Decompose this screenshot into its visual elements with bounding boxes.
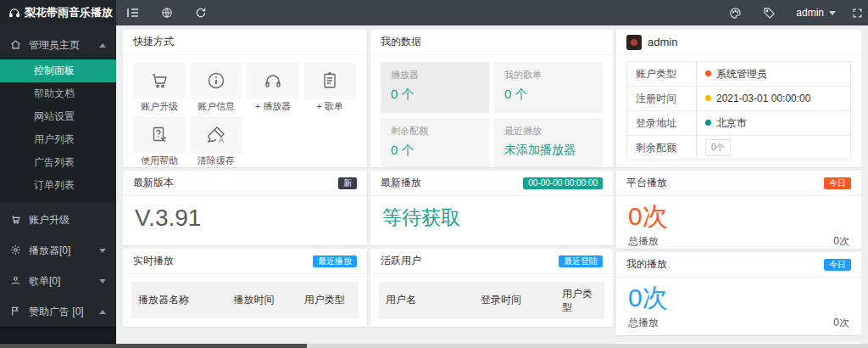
shortcuts-card: 快捷方式 账户升级 账户信息 + 播放器 — [123, 30, 367, 167]
platform-play-title: 平台播放 — [626, 176, 667, 190]
username: admin — [796, 7, 824, 19]
my-data-title: 我的数据 — [381, 35, 421, 49]
sidebar-group-admin-home[interactable]: 管理员主页 — [0, 32, 116, 58]
shortcut-help[interactable]: 使用帮助 — [133, 116, 186, 167]
recent-play-badge: 最近播放 — [313, 255, 357, 267]
sidebar-item-site-settings[interactable]: 网站设置 — [0, 105, 116, 128]
latest-version-title: 最新版本 — [133, 176, 174, 190]
my-play-title: 我的播放 — [626, 257, 667, 272]
sidebar-item-ad-list[interactable]: 广告列表 — [0, 151, 116, 174]
table-row: 账户类型 系统管理员 — [627, 62, 851, 87]
sidebar-submenu: 控制面板 帮助文档 网站设置 用户列表 广告列表 订单列表 — [0, 58, 116, 202]
stat-players[interactable]: 播放器 0 个 — [381, 62, 489, 113]
platform-play-card: 平台播放 今日 0次 总播放 0次 — [616, 171, 861, 249]
my-play-count: 0次 — [628, 284, 849, 312]
sidebar-item-help-docs[interactable]: 帮助文档 — [0, 82, 116, 105]
help-icon — [149, 125, 170, 145]
home-icon — [10, 39, 22, 51]
sidebar-item-user-list[interactable]: 用户列表 — [0, 128, 116, 151]
sidebar-toggle-icon[interactable] — [116, 0, 150, 25]
my-play-card: 我的播放 今日 0次 总播放 0次 — [616, 252, 861, 335]
fullscreen-icon[interactable] — [846, 0, 868, 25]
chevron-up-icon — [99, 43, 106, 48]
total-play-value: 0次 — [833, 234, 849, 249]
playlist-icon — [320, 70, 340, 91]
globe-icon[interactable] — [150, 0, 184, 25]
chevron-up-icon — [99, 310, 106, 314]
total-play-label: 总播放 — [628, 316, 659, 330]
my-data-card: 我的数据 播放器 0 个 我的歌单 0 个 剩余配额 0 个 最近播放 未添加播… — [370, 30, 613, 167]
recent-login-badge: 最近登陆 — [559, 255, 603, 267]
stat-recent-play[interactable]: 最近播放 未添加播放器 — [494, 118, 603, 167]
brush-icon: A — [206, 125, 226, 145]
total-play-value: 0次 — [833, 316, 849, 330]
sidebar-bottom-section: 新建播放器 — [0, 327, 116, 344]
tag-icon[interactable] — [752, 0, 786, 25]
flag-icon — [10, 306, 22, 317]
headphones-logo-icon — [8, 7, 20, 19]
status-dot — [705, 70, 711, 76]
active-users-card: 活跃用户 最近登陆 用户名 登录时间 用户类型 — [370, 249, 613, 327]
quota-badge: 0个 — [705, 139, 731, 156]
sidebar-item-account-upgrade[interactable]: 账户升级 — [0, 207, 116, 233]
table-row: 剩余配额 0个 — [627, 136, 851, 160]
table-row: 注册时间 2021-03-01 00:00:00 — [627, 87, 851, 111]
shortcut-clear-cache[interactable]: A 清除缓存 — [190, 116, 242, 167]
avatar — [626, 35, 642, 50]
version-number: V.3.91 — [135, 205, 201, 231]
sidebar-group-players[interactable]: 播放器[0] — [0, 238, 116, 263]
realtime-play-card: 实时播放 最近播放 播放器名称 播放时间 用户类型 — [123, 249, 367, 327]
svg-text:A: A — [219, 136, 224, 144]
profile-card: admin 账户类型 系统管理员 注册时间 2021-03-01 00:00:0… — [616, 30, 861, 167]
profile-username: admin — [648, 36, 677, 48]
sidebar: 管理员主页 控制面板 帮助文档 网站设置 用户列表 广告列表 订单列表 账户升级… — [0, 25, 116, 348]
horizontal-scrollbar[interactable] — [0, 344, 868, 348]
shortcuts-title: 快捷方式 — [133, 35, 174, 49]
shortcut-account-upgrade[interactable]: 账户升级 — [133, 62, 186, 113]
info-icon — [206, 70, 226, 91]
table-header: 用户名 登录时间 用户类型 — [379, 282, 604, 319]
status-dot — [705, 95, 711, 101]
shortcut-account-info[interactable]: 账户信息 — [190, 62, 242, 113]
realtime-play-title: 实时播放 — [133, 254, 174, 268]
gear-icon — [10, 244, 22, 256]
sidebar-item-dashboard[interactable]: 控制面板 — [0, 59, 116, 82]
chevron-down-icon — [829, 11, 836, 15]
sidebar-group-label: 管理员主页 — [29, 38, 92, 53]
app-logo[interactable]: 梨花带雨音乐播放 — [0, 0, 116, 25]
platform-play-count: 0次 — [628, 203, 849, 230]
topbar: admin — [116, 0, 868, 25]
latest-play-title: 最新播放 — [381, 176, 421, 190]
new-badge: 新 — [338, 177, 357, 189]
app-title: 梨花带雨音乐播放 — [25, 5, 113, 20]
refresh-icon[interactable] — [184, 0, 218, 25]
sidebar-item-order-list[interactable]: 订单列表 — [0, 174, 116, 197]
total-play-label: 总播放 — [628, 234, 659, 249]
user-menu[interactable]: admin — [786, 7, 846, 19]
shortcut-add-playlist[interactable]: + 歌单 — [303, 62, 356, 113]
chevron-down-icon — [99, 279, 106, 283]
headphones-icon — [263, 70, 283, 91]
theme-palette-icon[interactable] — [718, 0, 752, 25]
chevron-down-icon — [99, 249, 106, 253]
stat-playlists[interactable]: 我的歌单 0 个 — [494, 62, 603, 113]
user-icon — [10, 275, 22, 287]
today-badge: 今日 — [824, 259, 851, 271]
table-row: 登录地址 北京市 — [627, 111, 851, 136]
latest-play-status: 等待获取 — [382, 206, 460, 228]
stat-quota[interactable]: 剩余配额 0 个 — [381, 118, 489, 167]
shortcut-add-player[interactable]: + 播放器 — [247, 62, 299, 113]
sidebar-group-playlists[interactable]: 歌单[0] — [0, 268, 116, 294]
cart-icon — [10, 214, 22, 226]
latest-play-card: 最新播放 00-00-00 00:00:00 等待获取 — [370, 171, 613, 245]
table-header: 播放器名称 播放时间 用户类型 — [131, 282, 359, 318]
scrollbar-thumb[interactable] — [0, 344, 307, 348]
today-badge: 今日 — [824, 177, 851, 189]
sidebar-group-sponsor-ads[interactable]: 赞助广告 [0] — [0, 299, 116, 324]
status-dot — [705, 120, 711, 126]
latest-version-card: 最新版本 新 V.3.91 — [123, 171, 367, 245]
cart-icon — [149, 70, 170, 91]
timestamp-badge: 00-00-00 00:00:00 — [523, 177, 603, 189]
main-content: 快捷方式 账户升级 账户信息 + 播放器 — [116, 25, 868, 348]
active-users-title: 活跃用户 — [381, 254, 421, 268]
